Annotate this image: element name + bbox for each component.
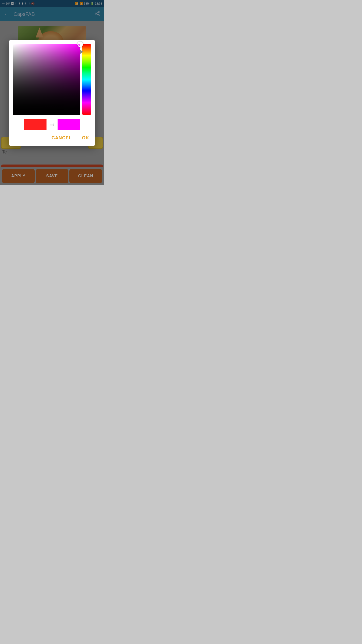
hue-handle[interactable] [80, 50, 83, 54]
arrow-right-icon: ⇒ [50, 121, 55, 128]
color-picker-area[interactable] [13, 44, 91, 115]
dialog-buttons: CANCEL OK [13, 134, 91, 142]
current-color-swatch [58, 119, 80, 130]
hue-slider[interactable] [82, 44, 91, 115]
color-preview-row: ⇒ [13, 119, 91, 130]
previous-color-swatch [24, 119, 47, 130]
ok-button[interactable]: OK [80, 134, 91, 142]
color-gradient-picker[interactable] [13, 44, 80, 115]
color-selector-circle[interactable] [77, 42, 83, 47]
page: ⋯ 10° 🖼 ⬇ ⬇ ⬇ ⬇ ⬇ 🔇 📶 📶 33% 🔋 23:33 ← Ca… [0, 0, 104, 185]
cancel-button[interactable]: CANCEL [50, 134, 74, 142]
color-picker-dialog: ⇒ CANCEL OK [9, 40, 95, 146]
